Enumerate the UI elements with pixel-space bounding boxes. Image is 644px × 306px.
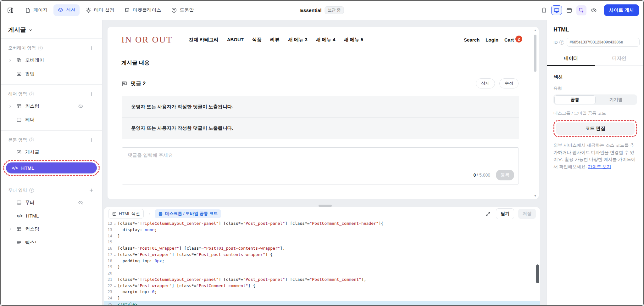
code-line[interactable]: 19} <box>104 264 540 270</box>
add-section-button[interactable] <box>88 137 95 143</box>
nav-pages[interactable]: 페이지 <box>21 4 52 16</box>
code-line[interactable]: 23 margin-top: 0; <box>104 289 540 295</box>
code-line[interactable]: 18 padding-top: 0px; <box>104 258 540 264</box>
type-option-per-device[interactable]: 기기별 <box>596 95 636 104</box>
canvas-scrollbar[interactable]: ▲ ▼ <box>533 29 537 197</box>
device-desktop-button[interactable] <box>551 5 562 15</box>
expand-editor-button[interactable] <box>484 210 492 218</box>
device-browser-button[interactable] <box>564 5 574 15</box>
nav-help[interactable]: 도움말 <box>167 4 198 16</box>
tab-data[interactable]: 데이터 <box>547 51 595 65</box>
help-icon[interactable]: ? <box>29 138 34 142</box>
code-line[interactable]: 20 <box>104 270 540 276</box>
site-nav-item[interactable]: 새 메뉴 5 <box>344 37 363 43</box>
code-scrollbar-thumb[interactable] <box>536 264 539 283</box>
save-code-button[interactable]: 저장 <box>518 209 536 219</box>
close-editor-button[interactable]: 닫기 <box>496 208 514 219</box>
guide-link[interactable]: 가이드 보기 <box>588 164 611 169</box>
select-tool-button[interactable] <box>576 5 586 15</box>
help-icon[interactable]: ? <box>29 92 34 96</box>
site-nav-item[interactable]: 식품 <box>252 37 262 43</box>
caret-right-icon[interactable] <box>8 227 12 231</box>
canvas-scrollbar-thumb[interactable] <box>534 35 536 72</box>
tab-design[interactable]: 디자인 <box>595 51 644 65</box>
comment-submit-button[interactable]: 등록 <box>496 170 514 180</box>
device-mobile-button[interactable] <box>539 5 549 15</box>
sidebar-item-html-selected[interactable]: </> HTML <box>6 162 97 173</box>
sidebar-item-overlay[interactable]: 오버레이 <box>1 54 102 67</box>
scroll-down-icon[interactable]: ▼ <box>534 194 537 197</box>
comment-textarea[interactable] <box>128 152 397 171</box>
sidebar-item-html-footer[interactable]: </> HTML <box>1 209 102 222</box>
nav-theme-settings[interactable]: 테마 설정 <box>81 4 118 16</box>
help-circle-icon <box>171 7 177 13</box>
caret-right-icon[interactable] <box>8 58 12 62</box>
collapse-editor-button[interactable] <box>7 7 14 14</box>
sidebar-item-post[interactable]: 게시글 <box>1 145 102 159</box>
site-logo[interactable]: IN OR OUT <box>121 35 173 45</box>
sidebar-item-custom-header[interactable]: 커스텀 <box>1 99 102 113</box>
code-line[interactable]: 25</style> <box>104 301 540 305</box>
add-section-button[interactable] <box>88 45 95 51</box>
code-line[interactable]: 13 display: none; <box>104 227 540 233</box>
add-section-button[interactable] <box>88 91 95 97</box>
sidebar-page-selector[interactable]: 게시글 <box>1 20 102 39</box>
code-line[interactable]: 17⌄[class*="Post_wrapper"] [class*="Post… <box>104 252 540 258</box>
sidebar-item-label: 게시글 <box>25 149 39 155</box>
nav-sections[interactable]: 섹션 <box>53 4 80 16</box>
help-icon[interactable]: ? <box>29 188 34 193</box>
site-preview-canvas[interactable]: IN OR OUT 전체 카테고리 ABOUT 식품 리뷰 새 메뉴 3 새 메… <box>108 27 539 199</box>
comment-delete-button[interactable]: 삭제 <box>476 78 495 88</box>
fold-caret-icon[interactable]: ⌄ <box>112 283 118 289</box>
edit-post-icon <box>16 150 22 155</box>
code-line[interactable]: 22⌄[class*="Post_wrapper"] [class*="Post… <box>104 283 540 289</box>
topbar: 페이지 섹션 테마 설정 마켓플레이스 도움말 Essential 보관 중 <box>1 1 643 20</box>
type-option-common[interactable]: 공통 <box>554 95 596 104</box>
code-line[interactable]: 12⌄[class*="TripleColumnLayout_center-pa… <box>104 220 540 227</box>
sidebar-item-custom-footer[interactable]: 커스텀 <box>1 222 102 236</box>
code-line[interactable]: 24} <box>104 295 540 301</box>
sidebar-item-header[interactable]: 헤더 <box>1 113 102 127</box>
eye-off-icon[interactable] <box>78 200 83 205</box>
add-section-button[interactable] <box>88 187 95 194</box>
scroll-up-icon[interactable]: ▲ <box>534 29 537 32</box>
sidebar-item-text[interactable]: 텍스트 <box>1 236 102 249</box>
site-nav-item[interactable]: 리뷰 <box>270 37 280 43</box>
code-line[interactable]: 15 <box>104 239 540 245</box>
site-nav-item[interactable]: ABOUT <box>227 37 244 43</box>
comment-header-row: 댓글 2 삭제 수정 <box>121 78 519 88</box>
site-cart-link[interactable]: Cart 2 <box>504 36 522 43</box>
eye-off-icon[interactable] <box>78 104 83 109</box>
fold-gutter <box>112 264 118 270</box>
plan-status-badge[interactable]: 보관 중 <box>325 6 344 14</box>
fold-caret-icon[interactable]: ⌄ <box>112 220 118 227</box>
fold-caret-icon[interactable]: ⌄ <box>112 252 118 258</box>
site-nav-item[interactable]: 전체 카테고리 <box>189 37 219 43</box>
code-text: [class*="Post_wrapper"] [class*="Post_po… <box>118 252 273 258</box>
help-icon[interactable]: ? <box>38 46 43 50</box>
nav-marketplace[interactable]: 마켓플레이스 <box>120 4 165 16</box>
comment-edit-button[interactable]: 수정 <box>499 78 519 88</box>
site-login-link[interactable]: Login <box>486 37 498 42</box>
code-line[interactable]: 21[class*="TripleColumnLayout_center-pan… <box>104 276 540 283</box>
site-search-link[interactable]: Search <box>464 37 480 42</box>
site-nav-item[interactable]: 새 메뉴 4 <box>316 37 336 43</box>
section-id-value[interactable]: #685e1337f83123e09c43386e <box>567 38 640 47</box>
panel-resize-handle[interactable] <box>319 205 332 207</box>
edit-code-button[interactable]: 코드 편집 <box>556 122 635 135</box>
breadcrumb-file-chip[interactable]: 데스크톱 / 모바일 공통 코드 <box>155 209 221 218</box>
preview-button[interactable] <box>589 5 599 15</box>
caret-right-icon[interactable] <box>8 104 12 108</box>
help-icon[interactable]: ? <box>559 40 564 45</box>
post-content-placeholder[interactable]: 게시글 내용 <box>121 59 525 66</box>
plan-name: Essential <box>300 8 321 13</box>
code-editor-area[interactable]: 12⌄[class*="TripleColumnLayout_center-pa… <box>104 220 540 305</box>
code-line[interactable]: 16[class*="PostT01_wrapper"] [class*="Po… <box>104 245 540 252</box>
sidebar-item-popup[interactable]: 팝업 <box>1 67 102 81</box>
breadcrumb-section-chip[interactable]: HTML 섹션 <box>108 209 144 218</box>
annotation-highlight-html-section: </> HTML <box>3 160 100 176</box>
publish-site-button[interactable]: 사이트 게시 <box>604 4 639 16</box>
sidebar-item-footer[interactable]: 푸터 <box>1 196 102 209</box>
code-line[interactable]: 14} <box>104 233 540 239</box>
site-nav-item[interactable]: 새 메뉴 3 <box>288 37 308 43</box>
